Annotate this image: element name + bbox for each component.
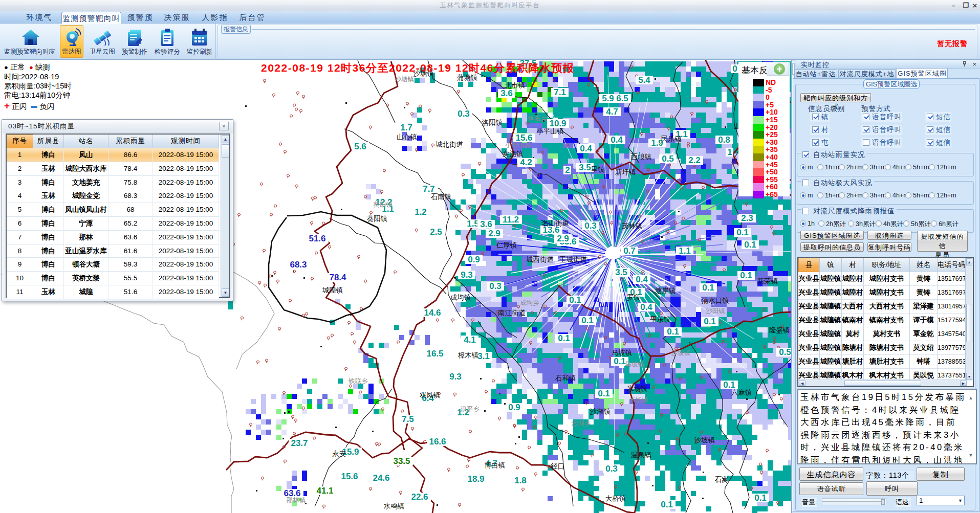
svg-text:0.3: 0.3 [458,109,470,119]
svg-text:15.6: 15.6 [341,472,358,481]
svg-text:1.7: 1.7 [400,123,412,132]
svg-text:24.6: 24.6 [373,473,389,483]
svg-text:1.2: 1.2 [415,207,427,217]
svg-text:成均乡: 成均乡 [520,299,539,306]
svg-text:小平山镇: 小平山镇 [536,127,564,135]
svg-text:成均镇: 成均镇 [450,294,471,301]
svg-text:2.2: 2.2 [688,155,701,165]
svg-text:78.4: 78.4 [329,273,346,282]
svg-text:博白镇: 博白镇 [485,461,506,469]
svg-text:0.8: 0.8 [718,135,730,145]
svg-text:洛阳乡: 洛阳乡 [528,115,547,122]
svg-text:0.1: 0.1 [558,333,570,343]
svg-text:洛阳镇: 洛阳镇 [482,119,503,126]
svg-text:0.4: 0.4 [640,302,652,312]
svg-text:茂林镇: 茂林镇 [622,222,643,230]
svg-text:隆盛镇: 隆盛镇 [769,326,790,334]
svg-text:温泉镇: 温泉镇 [631,451,652,459]
svg-text:沙湖镇: 沙湖镇 [590,408,611,415]
svg-text:0.9: 0.9 [468,255,480,264]
svg-text:0: 0 [732,64,737,74]
svg-text:0.1: 0.1 [581,316,594,325]
svg-text:4.7: 4.7 [606,107,618,117]
svg-text:民乐镇: 民乐镇 [661,135,682,143]
svg-text:径口: 径口 [551,462,565,470]
svg-text:沙坡镇: 沙坡镇 [671,349,690,356]
svg-text:塘岸镇: 塘岸镇 [655,287,676,295]
svg-text:5.6: 5.6 [354,142,366,151]
svg-text:0.1: 0.1 [702,283,714,293]
svg-text:1.8: 1.8 [514,476,527,485]
svg-text:马坡镇: 马坡镇 [612,349,633,356]
svg-text:石和镇: 石和镇 [555,374,576,382]
svg-text:双凤镇: 双凤镇 [420,391,441,399]
svg-text:0.1: 0.1 [569,295,581,305]
svg-text:葵阳镇: 葵阳镇 [373,201,393,208]
svg-text:1.1: 1.1 [679,246,691,256]
svg-text:11.2: 11.2 [503,215,519,225]
svg-text:0.1: 0.1 [744,240,756,250]
svg-text:浪平乡: 浪平乡 [460,406,480,413]
svg-text:16.6: 16.6 [429,437,446,447]
svg-text:石南镇: 石南镇 [431,193,452,200]
svg-text:城北街道: 城北街道 [435,141,463,148]
svg-text:马坡镇: 马坡镇 [625,361,644,368]
svg-text:沙湖乡: 沙湖乡 [571,420,591,427]
svg-text:那林镇: 那林镇 [286,497,306,504]
svg-text:1: 1 [727,147,732,157]
svg-text:2.9: 2.9 [488,229,500,238]
svg-text:0.1: 0.1 [667,327,679,337]
svg-text:2: 2 [565,165,570,175]
svg-text:卖酒镇: 卖酒镇 [503,150,524,158]
svg-text:小平山乡: 小平山乡 [505,141,531,148]
svg-text:0.4: 0.4 [636,275,648,284]
svg-text:3.5: 3.5 [579,163,591,172]
svg-text:0.1: 0.1 [740,271,752,280]
svg-text:仁厚镇: 仁厚镇 [496,241,517,249]
svg-text:3.1: 3.1 [477,351,490,361]
svg-text:14.6: 14.6 [424,308,441,318]
svg-text:0.1: 0.1 [754,493,767,503]
svg-text:沙田镇: 沙田镇 [706,307,725,315]
svg-text:4.1: 4.1 [464,335,476,345]
svg-text:城隍镇: 城隍镇 [322,286,343,294]
svg-text:3.6: 3.6 [480,219,492,229]
svg-text:新荣镇: 新荣镇 [757,277,778,285]
svg-text:罗镇: 罗镇 [627,294,641,301]
svg-text:16.5: 16.5 [426,349,443,359]
svg-text:7.1: 7.1 [554,87,566,97]
svg-text:4.2: 4.2 [520,158,532,167]
svg-text:沙坡镇: 沙坡镇 [694,436,715,444]
svg-text:2.9: 2.9 [557,234,569,243]
svg-text:0.9: 0.9 [508,403,520,412]
svg-text:3.6: 3.6 [500,88,513,98]
svg-text:永安: 永安 [332,450,346,458]
svg-text:7.5: 7.5 [402,414,414,424]
svg-text:0.1: 0.1 [704,317,716,326]
svg-text:0.1: 0.1 [614,356,626,366]
svg-text:9.3: 9.3 [461,270,473,280]
svg-text:23.7: 23.7 [291,438,308,448]
svg-text:0.3: 0.3 [489,281,502,291]
svg-text:名山街道: 名山街道 [541,219,569,227]
svg-text:5.9: 5.9 [602,94,614,103]
svg-text:米场镇: 米场镇 [627,385,648,392]
svg-text:6.5: 6.5 [616,94,628,103]
svg-text:5.4: 5.4 [638,75,650,85]
svg-text:沙塘镇: 沙塘镇 [395,76,414,83]
svg-text:铁联乡: 铁联乡 [348,377,368,385]
svg-text:2.5: 2.5 [430,227,442,237]
svg-text:山心镇: 山心镇 [397,133,418,141]
svg-text:0.3: 0.3 [605,464,618,474]
svg-text:22.6: 22.6 [411,492,428,502]
svg-text:城西街道: 城西街道 [526,256,554,263]
svg-text:0.5: 0.5 [779,347,791,357]
svg-text:0.4: 0.4 [580,144,592,153]
svg-text:18.9: 18.9 [467,474,484,484]
svg-text:葵阳镇: 葵阳镇 [367,215,388,222]
svg-text:玉城街道: 玉城街道 [559,256,587,263]
svg-text:1.5: 1.5 [467,219,479,229]
svg-text:68.3: 68.3 [290,260,307,270]
svg-text:西埌镇: 西埌镇 [631,153,652,161]
svg-text:9.3: 9.3 [449,372,462,382]
